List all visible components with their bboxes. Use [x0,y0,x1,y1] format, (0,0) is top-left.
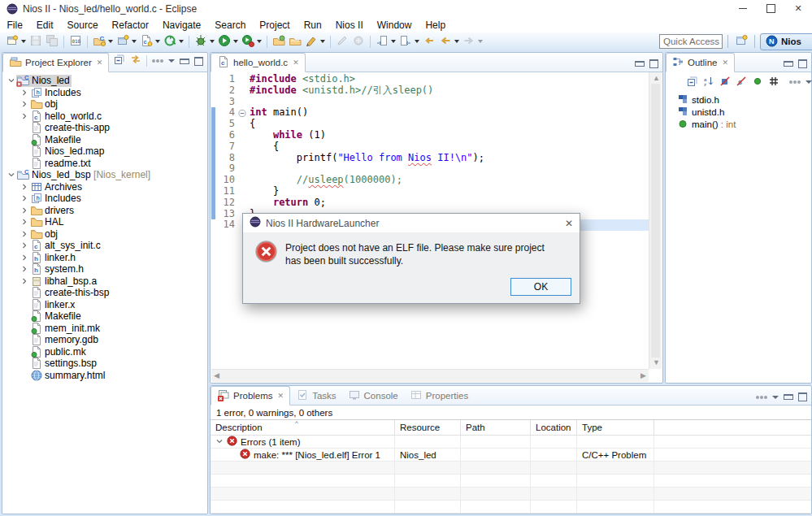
tab-project-explorer[interactable]: Project Explorer ✕ [2,53,109,72]
chevron-right-icon[interactable] [19,183,29,191]
window-close-button[interactable]: ✕ [784,0,812,17]
toolbar-debug-button[interactable] [193,33,216,50]
maximize-panel-button[interactable] [194,57,203,66]
toolbar-last-edit-button[interactable] [421,33,437,50]
chevron-down-icon[interactable] [215,437,224,447]
tree-item-readme-txt[interactable]: readme.txt [2,158,207,170]
tree-item-includes[interactable]: hIncludes [2,193,207,205]
column-header-type[interactable]: Type [577,420,654,435]
chevron-right-icon[interactable] [19,254,29,262]
chevron-down-icon[interactable] [6,76,16,85]
toolbar-back-button[interactable] [437,33,461,50]
editor-vertical-scrollbar[interactable]: ▲ ▼ [649,72,662,369]
outline-grid-button[interactable] [768,76,779,89]
window-maximize-button[interactable] [757,0,784,17]
minimize-panel-button[interactable] [784,394,793,400]
tree-item-create-this-app[interactable]: create-this-app [2,122,207,134]
tab-outline[interactable]: Outline ✕ [666,53,735,72]
fold-collapse-icon[interactable] [238,107,246,119]
view-menu-button[interactable] [789,80,801,84]
menu-nios-ii[interactable]: Nios II [328,20,370,31]
outline-hide-fields-button[interactable] [719,76,731,89]
column-header-path[interactable]: Path [461,420,531,435]
chevron-down-icon[interactable] [132,40,137,43]
tab-problems[interactable]: Problems✕ [211,386,290,405]
chevron-down-icon[interactable] [233,40,238,43]
ok-button[interactable]: OK [510,278,571,296]
chevron-down-icon[interactable] [6,171,16,179]
chevron-down-icon[interactable] [168,59,175,63]
view-menu-button[interactable] [756,396,767,399]
chevron-right-icon[interactable] [19,112,29,120]
tree-item-linker-h[interactable]: hlinker.h [2,252,207,264]
tree-item-system-h[interactable]: hsystem.h [2,263,207,275]
maximize-panel-button[interactable] [798,59,807,68]
tree-item-nios-led[interactable]: CNios_led [2,75,207,87]
tree-item-alt-sys-init-c[interactable]: calt_sys_init.c [2,240,207,252]
tab-properties[interactable]: Properties [404,387,474,405]
dialog-close-button[interactable]: ✕ [565,218,573,229]
toolbar-binary-button[interactable]: 010 [67,33,84,50]
tree-item-obj[interactable]: obj [2,98,207,111]
chevron-right-icon[interactable] [19,89,29,97]
minimize-panel-button[interactable] [180,59,189,64]
chevron-down-icon[interactable] [478,40,483,43]
view-menu-button[interactable] [152,59,163,63]
problems-group-row[interactable]: Errors (1 item) [211,436,811,449]
maximize-panel-button[interactable] [798,392,807,401]
tree-item-nios-led-map[interactable]: Nios_led.map [2,145,207,158]
chevron-down-icon[interactable] [210,40,215,43]
tree-item-public-mk[interactable]: public.mk [2,346,207,358]
toolbar-new-c-file-button[interactable]: c [138,33,162,50]
tab-tasks[interactable]: Tasks [290,387,341,405]
toolbar-build-button[interactable] [162,33,185,50]
toolbar-import-folder-button[interactable] [271,33,287,50]
toolbar-new-c-project-button[interactable]: C [91,33,115,50]
toolbar-new-wizard-button[interactable] [4,33,28,50]
toolbar-prev-annotation-button[interactable] [374,33,397,50]
tree-item-memory-gdb[interactable]: memory.gdb [2,334,207,346]
chevron-down-icon[interactable] [454,40,459,43]
toolbar-next-annotation-button[interactable] [397,33,421,50]
tree-item-summary-html[interactable]: summary.html [2,370,207,382]
tree-item-makefile[interactable]: Makefile [2,134,207,146]
outline-sort-az-button[interactable]: az [703,76,714,89]
tab-hello-world-c[interactable]: c hello_world.c ✕ [211,53,306,72]
tab-console[interactable]: Console [342,387,404,405]
menu-refactor[interactable]: Refactor [105,20,155,31]
tree-item-drivers[interactable]: drivers [2,205,207,217]
outline-hide-nonpublic-button[interactable] [752,76,763,89]
tree-item-hal[interactable]: HAL [2,216,207,228]
menu-run[interactable]: Run [297,20,328,31]
link-with-editor-button[interactable] [130,54,141,68]
tree-item-makefile[interactable]: Makefile [2,310,207,323]
chevron-down-icon[interactable] [155,40,160,43]
editor-horizontal-scrollbar[interactable]: ◀ ▶ [211,369,649,382]
outline-item-main-[interactable]: main() : int [666,118,811,130]
chevron-down-icon[interactable] [21,40,26,43]
window-minimize-button[interactable] [729,0,757,17]
outline-item-unistd-h[interactable]: unistd.h [666,106,811,118]
menu-source[interactable]: Source [60,20,105,31]
collapse-all-button[interactable] [114,54,125,68]
close-icon[interactable]: ✕ [276,392,284,400]
toolbar-profile-button[interactable] [240,33,263,50]
menu-navigate[interactable]: Navigate [155,20,207,31]
chevron-down-icon[interactable] [391,40,396,43]
chevron-right-icon[interactable] [19,218,29,226]
tree-item-nios-led-bsp[interactable]: CNios_led_bsp [Nios_kernel] [2,169,207,181]
menu-edit[interactable]: Edit [29,20,60,31]
chevron-right-icon[interactable] [19,100,29,108]
tree-item-settings-bsp[interactable]: settings.bsp [2,358,207,370]
toolbar-new-project-button[interactable] [115,33,138,50]
chevron-down-icon[interactable] [257,40,262,43]
quick-access-input[interactable]: Quick Access [659,34,723,49]
outline-hide-static-button[interactable]: s [736,76,747,89]
chevron-down-icon[interactable] [415,40,419,43]
maximize-panel-button[interactable] [649,59,658,68]
tree-item-mem-init-mk[interactable]: mem_init.mk [2,323,207,335]
column-header-resource[interactable]: Resource [395,420,461,435]
tree-item-linker-x[interactable]: linker.x [2,299,207,311]
tree-item-libhal-bsp-a[interactable]: libhal_bsp.a [2,275,207,288]
close-icon[interactable]: ✕ [720,59,728,67]
